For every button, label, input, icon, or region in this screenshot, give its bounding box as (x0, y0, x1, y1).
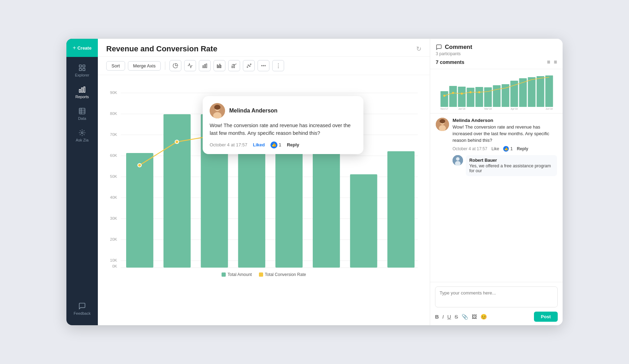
toolbar: Sort Merge Axis (98, 57, 430, 75)
svg-text:30K: 30K (110, 216, 117, 220)
line-point-nov (138, 163, 141, 167)
create-button[interactable]: + Create (66, 39, 98, 57)
comment-icon (436, 44, 442, 50)
comments-count: 7 comments (436, 59, 464, 65)
legend-total-amount: Total Amount (222, 272, 252, 277)
svg-point-26 (263, 65, 264, 66)
svg-text:Jun'18: Jun'18 (545, 108, 553, 110)
chart-type-scatter[interactable] (243, 60, 255, 71)
svg-text:40K: 40K (110, 195, 117, 199)
comment-like-count: 👍 1 (503, 146, 513, 152)
svg-rect-0 (79, 65, 81, 67)
svg-text:20K: 20K (110, 237, 117, 241)
chart-type-pie[interactable] (169, 60, 181, 71)
comment-body: Melinda Anderson Wow! The conversion rat… (453, 118, 557, 176)
bar-dec2017 (164, 114, 191, 268)
svg-rect-67 (502, 84, 509, 107)
svg-text:60K: 60K (110, 153, 117, 158)
comment-item: Melinda Anderson Wow! The conversion rat… (436, 118, 557, 176)
chart-legend: Total Amount Total Conversion Rate (106, 271, 421, 281)
tooltip-comment: Wow! The conversion rate and revenue has… (210, 122, 355, 137)
underline-button[interactable]: U (447, 314, 451, 320)
page-title: Revenue and Conversion Rate (106, 44, 412, 53)
legend-conversion-rate-box (259, 272, 263, 277)
chart-type-grouped-bar[interactable] (214, 60, 225, 71)
svg-rect-13 (204, 65, 205, 68)
svg-rect-61 (449, 86, 457, 107)
attach-button[interactable]: 📎 (462, 314, 468, 320)
sidebar-item-feedback-label: Feedback (74, 311, 91, 315)
svg-rect-65 (484, 87, 492, 107)
svg-rect-20 (234, 65, 235, 68)
svg-point-76 (470, 91, 472, 93)
sidebar-item-reports[interactable]: Reports (66, 81, 98, 103)
comment-avatar (436, 118, 449, 131)
svg-point-24 (250, 64, 251, 65)
svg-rect-66 (493, 85, 501, 107)
post-button[interactable]: Post (534, 312, 558, 322)
svg-text:90K: 90K (110, 90, 117, 95)
svg-text:50K: 50K (110, 174, 117, 179)
tooltip-liked-button[interactable]: Liked (253, 142, 265, 147)
svg-rect-64 (476, 87, 483, 107)
bar-nov2017 (126, 153, 153, 268)
sort-button[interactable]: Sort (106, 61, 125, 71)
svg-text:Apr'18: Apr'18 (511, 108, 518, 110)
svg-rect-1 (83, 65, 85, 67)
chart-type-more[interactable] (258, 60, 269, 71)
sidebar-item-feedback[interactable]: Feedback (66, 298, 98, 320)
sidebar-nav: Explorer Reports Data (66, 57, 98, 298)
comment-like-button[interactable]: Like (491, 146, 499, 151)
comment-textarea[interactable] (435, 286, 558, 307)
tooltip-username: Melinda Anderson (229, 108, 277, 114)
sidebar-item-reports-label: Reports (75, 95, 89, 99)
panel-icons: ≡ ≡ (547, 59, 557, 65)
comment-reply-button[interactable]: Reply (517, 146, 528, 151)
sidebar-item-data[interactable]: Data (66, 103, 98, 125)
sidebar-item-explorer[interactable]: Explorer (66, 60, 98, 81)
svg-rect-70 (528, 77, 536, 107)
mini-chart-svg: Nov'17 Jan'18 Mar'18 Apr'18 Jun'18 (434, 72, 558, 110)
svg-point-22 (248, 65, 249, 66)
sidebar-bottom: Feedback (66, 298, 98, 325)
more-options-button[interactable]: ⋮ (272, 60, 284, 71)
tooltip-avatar (210, 103, 225, 118)
sidebar: + Create Explorer Reports (66, 39, 98, 325)
bar-may2018 (350, 174, 377, 268)
svg-text:Mar'18: Mar'18 (484, 108, 492, 110)
tooltip-footer: October 4 at 17:57 Liked 👍 1 Reply (210, 141, 355, 148)
panel-toolbar: 7 comments ≡ ≡ (436, 59, 557, 65)
chart-type-line[interactable] (184, 60, 196, 71)
emoji-button[interactable]: 😊 (480, 314, 487, 320)
italic-button[interactable]: I (442, 314, 444, 320)
strikethrough-button[interactable]: S (455, 314, 458, 320)
commenter-name: Melinda Anderson (453, 118, 557, 123)
svg-rect-71 (537, 76, 544, 107)
refresh-icon[interactable]: ↻ (416, 45, 421, 53)
svg-rect-60 (441, 91, 448, 107)
svg-rect-3 (83, 68, 85, 71)
tooltip-like-count: 👍 1 (270, 141, 281, 148)
svg-point-25 (261, 65, 262, 66)
svg-point-11 (81, 132, 83, 134)
toolbar-separator (165, 61, 165, 70)
tooltip-reply-button[interactable]: Reply (287, 142, 299, 147)
svg-text:0K: 0K (112, 264, 117, 268)
chart-area: 90K 80K 70K 60K 50K 40K 30K 20K 10K 0K (98, 75, 430, 325)
comment-like-icon: 👍 (503, 146, 509, 152)
bold-button[interactable]: B (435, 314, 439, 320)
mini-chart: Nov'17 Jan'18 Mar'18 Apr'18 Jun'18 (430, 69, 563, 114)
filter-icon[interactable]: ≡ (554, 59, 557, 65)
merge-axis-button[interactable]: Merge Axis (128, 61, 161, 71)
comment-input-area: B I U S 📎 🖼 😊 Post (430, 282, 563, 325)
sort-icon[interactable]: ≡ (547, 59, 550, 65)
sidebar-item-askzia[interactable]: Ask Zia (66, 125, 98, 146)
image-button[interactable]: 🖼 (472, 314, 477, 320)
panel-subtitle: 3 participants (436, 51, 557, 56)
legend-conversion-rate-label: Total Conversion Rate (265, 272, 306, 277)
comments-list: Melinda Anderson Wow! The conversion rat… (430, 114, 563, 282)
chart-type-bar[interactable] (199, 60, 211, 71)
reply-author: Robert Bauer (469, 158, 554, 163)
chart-type-combo[interactable] (228, 60, 240, 71)
reply-item: Robert Bauer Yes, we offered a free assi… (453, 155, 557, 176)
